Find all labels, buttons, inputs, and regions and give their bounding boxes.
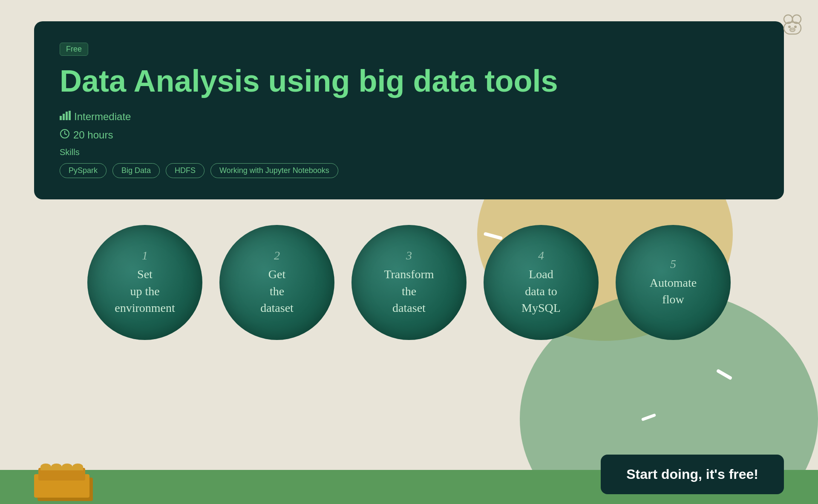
free-badge: Free <box>60 43 88 56</box>
step-circle-2[interactable]: 2Get the dataset <box>219 225 334 340</box>
level-text: Intermediate <box>74 111 131 123</box>
lego-stud-1 <box>40 464 51 470</box>
svg-point-3 <box>788 26 791 28</box>
svg-line-13 <box>65 134 66 135</box>
lego-brick <box>34 451 89 498</box>
bottom-section: Start doing, it's free! <box>0 444 818 504</box>
svg-point-4 <box>794 26 797 28</box>
step-text-3: Transform the dataset <box>375 266 442 316</box>
step-number-4: 4 <box>538 249 544 262</box>
step-number-1: 1 <box>142 249 148 262</box>
bear-icon <box>780 13 805 38</box>
course-title: Data Analysis using big data tools <box>60 64 758 98</box>
header-card: Free Data Analysis using big data tools … <box>34 21 784 199</box>
step-text-4: Load data to MySQL <box>513 266 569 316</box>
svg-rect-7 <box>60 116 62 120</box>
step-text-2: Get the dataset <box>252 266 302 316</box>
step-number-5: 5 <box>670 257 676 271</box>
step-number-2: 2 <box>274 249 280 262</box>
skill-tag: Big Data <box>112 163 160 178</box>
skills-tags: PySparkBig DataHDFSWorking with Jupyter … <box>60 163 758 178</box>
time-icon <box>60 129 70 141</box>
step-circle-1[interactable]: 1Set up the environment <box>87 225 202 340</box>
step-circle-5[interactable]: 5Automate flow <box>616 225 731 340</box>
svg-rect-9 <box>66 112 68 120</box>
lego-stud-2 <box>51 464 62 470</box>
step-text-5: Automate flow <box>641 274 705 308</box>
lego-stud-4 <box>72 464 83 470</box>
step-number-3: 3 <box>406 249 412 262</box>
steps-section: 1Set up the environment2Get the dataset3… <box>34 225 784 340</box>
skill-tag: Working with Jupyter Notebooks <box>210 163 338 178</box>
svg-rect-10 <box>69 111 71 120</box>
skill-tag: HDFS <box>166 163 204 178</box>
step-circle-4[interactable]: 4Load data to MySQL <box>484 225 599 340</box>
skill-tag: PySpark <box>60 163 107 178</box>
step-text-1: Set up the environment <box>106 266 184 316</box>
skills-label: Skills <box>60 147 758 157</box>
level-row: Intermediate <box>60 111 758 123</box>
level-icon <box>60 111 71 123</box>
svg-rect-8 <box>63 114 65 120</box>
duration-text: 20 hours <box>73 129 113 141</box>
lego-top <box>38 468 85 481</box>
duration-row: 20 hours <box>60 129 758 141</box>
lego-stud-3 <box>62 464 72 470</box>
start-button[interactable]: Start doing, it's free! <box>601 455 784 494</box>
step-circle-3[interactable]: 3Transform the dataset <box>351 225 467 340</box>
main-container: Free Data Analysis using big data tools … <box>0 0 818 340</box>
